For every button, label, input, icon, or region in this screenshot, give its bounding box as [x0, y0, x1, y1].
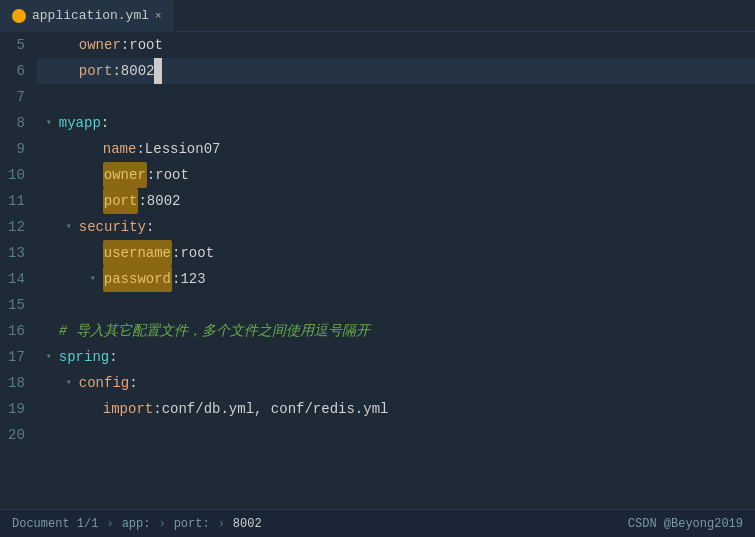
fold-icon[interactable]: ▾ [41, 349, 57, 365]
line-number: 5 [8, 32, 25, 58]
code-line: port: 8002 [37, 58, 755, 84]
line-number: 13 [8, 240, 25, 266]
token-key-cyan: spring [59, 344, 109, 370]
fold-icon[interactable]: ▾ [85, 271, 101, 287]
fold-icon [61, 63, 77, 79]
fold-icon [85, 167, 101, 183]
line-number: 6 [8, 58, 25, 84]
code-line: owner: root [37, 32, 755, 58]
line-number: 15 [8, 292, 25, 318]
token-punctuation: : [129, 370, 137, 396]
token-val-white: root [129, 32, 163, 58]
code-line: owner: root [37, 162, 755, 188]
token-hl-key: password [103, 266, 172, 292]
code-lines[interactable]: owner: rootport: 8002 ▾myapp:name: Lessi… [37, 32, 755, 509]
document-label: Document 1/1 [12, 517, 98, 531]
line-number: 10 [8, 162, 25, 188]
status-bar: Document 1/1 › app: › port: › 8002 CSDN … [0, 509, 755, 537]
code-line: name: Lession07 [37, 136, 755, 162]
code-line [37, 422, 755, 448]
token-hl-key: username [103, 240, 172, 266]
status-left: Document 1/1 › app: › port: › 8002 [12, 517, 262, 531]
close-icon[interactable]: × [155, 10, 162, 22]
breadcrumb-sep-1: › [106, 517, 113, 531]
code-line [37, 84, 755, 110]
fold-icon [41, 297, 57, 313]
token-punctuation: : [109, 344, 117, 370]
fold-icon [41, 427, 57, 443]
token-punctuation: : [146, 214, 154, 240]
tab-label: application.yml [32, 8, 149, 23]
token-val-white: 123 [180, 266, 205, 292]
code-line [37, 292, 755, 318]
token-punctuation: : [147, 162, 155, 188]
fold-icon[interactable]: ▾ [41, 115, 57, 131]
token-punctuation: : [101, 110, 109, 136]
code-line: ▾security: [37, 214, 755, 240]
token-punctuation: : [136, 136, 144, 162]
line-number: 14 [8, 266, 25, 292]
token-punctuation: : [138, 188, 146, 214]
line-number: 16 [8, 318, 25, 344]
line-number: 18 [8, 370, 25, 396]
token-comment-green: # 导入其它配置文件，多个文件之间使用逗号隔开 [59, 318, 370, 344]
token-key-orange: port [79, 58, 113, 84]
token-key-orange: import [103, 396, 153, 422]
code-line: # 导入其它配置文件，多个文件之间使用逗号隔开 [37, 318, 755, 344]
editor-area: 567891011121314151617181920 owner: rootp… [0, 32, 755, 509]
line-number: 17 [8, 344, 25, 370]
code-line: ▾config: [37, 370, 755, 396]
fold-icon[interactable]: ▾ [61, 219, 77, 235]
fold-icon [85, 193, 101, 209]
token-val-white: root [180, 240, 214, 266]
fold-icon [61, 37, 77, 53]
breadcrumb-1: app: [122, 517, 151, 531]
token-key-orange: owner [79, 32, 121, 58]
breadcrumb-3: 8002 [233, 517, 262, 531]
watermark: CSDN @Beyong2019 [628, 517, 743, 531]
code-container: 567891011121314151617181920 owner: rootp… [0, 32, 755, 509]
code-line: port: 8002 [37, 188, 755, 214]
code-line: username: root [37, 240, 755, 266]
token-val-white: 8002 [121, 58, 155, 84]
line-number: 7 [8, 84, 25, 110]
token-punctuation: : [172, 240, 180, 266]
line-number: 11 [8, 188, 25, 214]
token-punctuation: : [172, 266, 180, 292]
token-punctuation: : [112, 58, 120, 84]
breadcrumb-2: port: [174, 517, 210, 531]
line-number: 8 [8, 110, 25, 136]
breadcrumb-sep-2: › [158, 517, 165, 531]
code-line: ▾password: 123 [37, 266, 755, 292]
yaml-icon [12, 9, 26, 23]
line-number: 12 [8, 214, 25, 240]
token-punctuation: : [153, 396, 161, 422]
cursor [154, 58, 162, 84]
token-val-white: conf/db.yml, conf/redis.yml [162, 396, 389, 422]
line-number: 20 [8, 422, 25, 448]
fold-icon [85, 401, 101, 417]
token-val-white: 8002 [147, 188, 181, 214]
code-line: import: conf/db.yml, conf/redis.yml [37, 396, 755, 422]
code-line: ▾myapp: [37, 110, 755, 136]
token-key-orange: security [79, 214, 146, 240]
breadcrumb-sep-3: › [218, 517, 225, 531]
fold-icon [41, 89, 57, 105]
fold-icon [41, 323, 57, 339]
tab-application-yml[interactable]: application.yml × [0, 0, 175, 32]
fold-icon[interactable]: ▾ [61, 375, 77, 391]
token-val-white: Lession07 [145, 136, 221, 162]
tab-bar: application.yml × [0, 0, 755, 32]
fold-icon [85, 245, 101, 261]
token-hl-key: port [103, 188, 139, 214]
token-key-orange: config [79, 370, 129, 396]
code-line: ▾spring: [37, 344, 755, 370]
token-hl-key: owner [103, 162, 147, 188]
token-key-cyan: myapp [59, 110, 101, 136]
line-number: 9 [8, 136, 25, 162]
token-punctuation: : [121, 32, 129, 58]
token-val-white: root [155, 162, 189, 188]
token-key-orange: name [103, 136, 137, 162]
line-numbers: 567891011121314151617181920 [0, 32, 37, 509]
fold-icon [85, 141, 101, 157]
